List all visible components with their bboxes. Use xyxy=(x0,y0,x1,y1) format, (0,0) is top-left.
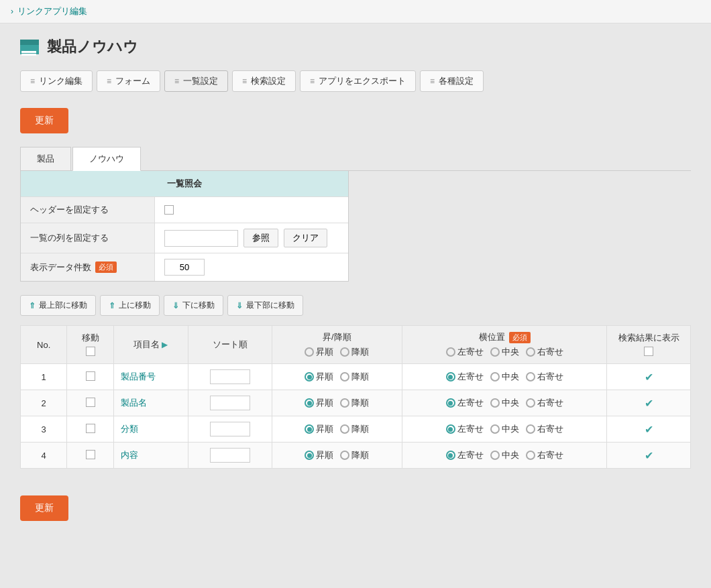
show-check-1[interactable]: ✔ xyxy=(645,398,653,409)
order-昇順-3[interactable]: 昇順 xyxy=(305,449,333,461)
header-pos-left[interactable]: 左寄せ xyxy=(446,346,484,358)
tab-export-app[interactable]: ≡ アプリをエクスポート xyxy=(300,70,416,92)
radio-pos-中央-1 xyxy=(490,398,500,408)
cell-no-0: 1 xyxy=(21,364,67,390)
list-icon-2: ≡ xyxy=(107,76,111,86)
pos-左寄せ-2[interactable]: 左寄せ xyxy=(446,423,484,435)
radio-order-降順-3 xyxy=(340,451,349,460)
radio-pos-中央-0 xyxy=(490,372,500,381)
order-降順-2[interactable]: 降順 xyxy=(340,423,369,435)
tab-form[interactable]: ≡ フォーム xyxy=(97,70,160,92)
settings-table: 一覧照会 ヘッダーを固定する 一覧の列を固定する 参照 クリア xyxy=(20,171,349,282)
cell-show-1: ✔ xyxy=(607,390,691,416)
pos-右寄せ-2[interactable]: 右寄せ xyxy=(526,423,563,435)
radio-left-header xyxy=(446,347,455,357)
field-link-3[interactable]: 内容 xyxy=(121,449,181,461)
move-all-checkbox[interactable] xyxy=(86,347,95,356)
settings-row-col-fix: 一覧の列を固定する 参照 クリア xyxy=(21,223,348,253)
show-all-checkbox[interactable] xyxy=(644,347,653,356)
pos-右寄せ-3[interactable]: 右寄せ xyxy=(526,449,563,461)
radio-order-昇順-3 xyxy=(305,451,314,460)
radio-pos-左寄せ-0 xyxy=(446,372,455,381)
tab-various-settings[interactable]: ≡ 各種設定 xyxy=(420,70,484,92)
field-link-2[interactable]: 分類 xyxy=(121,423,181,435)
show-check-2[interactable]: ✔ xyxy=(645,424,653,435)
cell-field-0: 製品番号 xyxy=(113,364,188,390)
order-降順-1[interactable]: 降順 xyxy=(340,397,369,409)
move-bottom-button[interactable]: ⇓ 最下部に移動 xyxy=(227,295,303,316)
pos-右寄せ-1[interactable]: 右寄せ xyxy=(526,397,563,409)
list-icon-4: ≡ xyxy=(242,76,247,86)
pos-中央-2[interactable]: 中央 xyxy=(490,423,519,435)
header-pos-right[interactable]: 右寄せ xyxy=(526,346,563,358)
cell-no-1: 2 xyxy=(21,390,67,416)
pos-中央-3[interactable]: 中央 xyxy=(490,449,519,461)
radio-order-昇順-0 xyxy=(305,372,314,381)
field-link-1[interactable]: 製品名 xyxy=(121,397,181,409)
header-fix-checkbox[interactable] xyxy=(164,205,174,215)
order-昇順-0[interactable]: 昇順 xyxy=(305,371,333,383)
cell-sort-2 xyxy=(188,416,272,443)
cell-move-3 xyxy=(67,443,113,469)
update-button-top[interactable]: 更新 xyxy=(20,108,68,133)
pos-中央-1[interactable]: 中央 xyxy=(490,397,519,409)
page-icon xyxy=(20,40,39,54)
settings-label-header-fix: ヘッダーを固定する xyxy=(21,197,155,223)
th-no: No. xyxy=(21,326,67,364)
cell-order-1: 昇順降順 xyxy=(272,390,402,416)
cell-pos-0: 左寄せ中央右寄せ xyxy=(402,364,606,390)
cell-move-2 xyxy=(67,416,113,443)
pos-中央-0[interactable]: 中央 xyxy=(490,371,519,383)
pos-右寄せ-0[interactable]: 右寄せ xyxy=(526,371,563,383)
header-pos-center[interactable]: 中央 xyxy=(490,346,519,358)
cell-show-3: ✔ xyxy=(607,443,691,469)
list-icon-3: ≡ xyxy=(174,76,179,86)
settings-row-display-count: 表示データ件数 必須 xyxy=(21,253,348,281)
tab-list-settings[interactable]: ≡ 一覧設定 xyxy=(164,70,228,92)
pos-左寄せ-3[interactable]: 左寄せ xyxy=(446,449,484,461)
display-count-input[interactable] xyxy=(164,259,205,276)
show-check-3[interactable]: ✔ xyxy=(645,450,653,461)
ref-button[interactable]: 参照 xyxy=(243,229,278,247)
order-昇順-1[interactable]: 昇順 xyxy=(305,397,333,409)
sort-input-3[interactable] xyxy=(210,448,250,463)
move-checkbox-1[interactable] xyxy=(86,398,95,407)
cell-no-3: 4 xyxy=(21,443,67,469)
update-button-bottom[interactable]: 更新 xyxy=(20,495,68,521)
move-checkbox-2[interactable] xyxy=(86,424,95,433)
header-order-desc[interactable]: 降順 xyxy=(340,346,369,358)
move-up-button[interactable]: ⇑ 上に移動 xyxy=(100,295,160,316)
move-down-button[interactable]: ⇓ 下に移動 xyxy=(164,295,223,316)
radio-pos-右寄せ-0 xyxy=(526,372,535,381)
order-降順-0[interactable]: 降順 xyxy=(340,371,369,383)
move-top-button[interactable]: ⇑ 最上部に移動 xyxy=(20,295,96,316)
pos-左寄せ-1[interactable]: 左寄せ xyxy=(446,397,484,409)
radio-pos-左寄せ-2 xyxy=(446,424,455,434)
tab-link-edit[interactable]: ≡ リンク編集 xyxy=(20,70,93,92)
breadcrumb-link[interactable]: リンクアプリ編集 xyxy=(17,5,87,17)
order-降順-3[interactable]: 降順 xyxy=(340,449,369,461)
radio-center-header xyxy=(490,347,500,357)
inner-tab-knowhow[interactable]: ノウハウ xyxy=(72,147,141,171)
sort-input-1[interactable] xyxy=(210,396,250,410)
sort-input-0[interactable] xyxy=(210,369,250,384)
tab-search-settings[interactable]: ≡ 検索設定 xyxy=(232,70,296,92)
inner-tab-product[interactable]: 製品 xyxy=(20,147,71,170)
clear-button[interactable]: クリア xyxy=(284,229,327,247)
move-checkbox-3[interactable] xyxy=(86,450,95,459)
field-link-0[interactable]: 製品番号 xyxy=(121,371,181,383)
cell-field-3: 内容 xyxy=(113,443,188,469)
bottom-section: 更新 xyxy=(20,489,691,534)
pos-左寄せ-0[interactable]: 左寄せ xyxy=(446,371,484,383)
th-field: 項目名 ▶ xyxy=(113,326,188,364)
radio-pos-中央-2 xyxy=(490,424,500,434)
show-check-0[interactable]: ✔ xyxy=(645,371,653,383)
cell-order-3: 昇順降順 xyxy=(272,443,402,469)
move-checkbox-0[interactable] xyxy=(86,371,95,381)
sort-input-2[interactable] xyxy=(210,422,250,436)
cell-sort-3 xyxy=(188,443,272,469)
order-昇順-2[interactable]: 昇順 xyxy=(305,423,333,435)
col-fix-input[interactable] xyxy=(164,230,238,247)
header-order-asc[interactable]: 昇順 xyxy=(305,346,333,358)
radio-pos-右寄せ-1 xyxy=(526,398,535,408)
